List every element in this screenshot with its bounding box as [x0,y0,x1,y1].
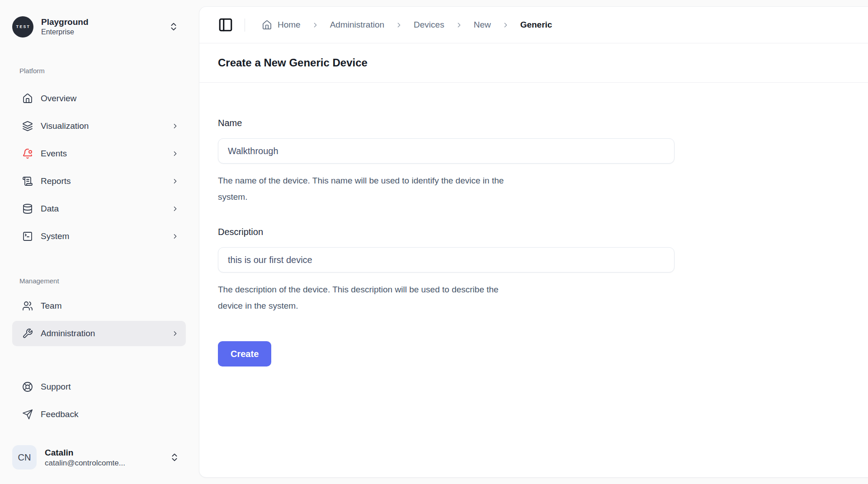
scroll-text-icon [22,176,33,187]
name-field-group: Name The name of the device. This name w… [218,117,849,205]
sidebar-item-events[interactable]: Events [12,141,186,166]
sidebar-item-administration[interactable]: Administration [12,321,186,346]
sidebar-item-label: Events [41,149,67,159]
section-label-platform: Platform [12,67,186,75]
breadcrumb-label: Home [278,20,301,30]
chevron-right-icon [171,205,179,213]
avatar: CN [12,445,37,470]
chevrons-up-down-icon [170,452,179,462]
user-email: catalin@controlcomte... [45,459,125,467]
sidebar-item-visualization[interactable]: Visualization [12,113,186,139]
chevron-right-icon [171,122,179,130]
house-icon [22,93,33,104]
bell-dot-icon [22,148,33,159]
sidebar-item-support[interactable]: Support [12,374,186,399]
breadcrumb-current: Generic [520,20,552,30]
user-menu[interactable]: CN Catalin catalin@controlcomte... [12,445,186,470]
page-title: Create a New Generic Device [218,56,849,69]
chevron-right-icon [171,150,179,158]
database-icon [22,203,33,214]
sidebar-item-label: Data [41,204,59,214]
chevrons-up-down-icon [169,22,179,32]
send-icon [22,409,33,420]
description-field-group: Description The description of the devic… [218,226,849,314]
sidebar-item-label: System [41,231,69,241]
org-plan: Enterprise [41,28,89,36]
terminal-icon [22,231,33,242]
sidebar-item-label: Team [41,301,61,311]
org-name: Playground [41,17,89,27]
sidebar-item-label: Feedback [41,409,78,419]
create-device-form: Name The name of the device. This name w… [199,83,868,401]
main-content-card: Home Administration Devices New [199,6,868,478]
wrench-icon [22,328,33,339]
breadcrumb-label: New [474,20,491,30]
chevron-right-icon [311,21,319,29]
sidebar-toggle-button[interactable] [218,17,233,33]
breadcrumb-new[interactable]: New [474,20,491,30]
section-label-management: Management [12,277,186,285]
description-help-text: The description of the device. This desc… [218,282,521,314]
breadcrumb: Home Administration Devices New [262,20,552,30]
layers-icon [22,121,33,132]
chevron-right-icon [455,21,463,29]
org-switcher[interactable]: TEST Playground Enterprise [12,14,186,39]
chevron-right-icon [502,21,509,29]
chevron-right-icon [171,178,179,185]
sidebar-item-feedback[interactable]: Feedback [12,402,186,427]
breadcrumb-devices[interactable]: Devices [414,20,444,30]
panel-left-icon [218,17,233,33]
sidebar-item-label: Administration [41,329,95,338]
sidebar-item-system[interactable]: System [12,224,186,249]
breadcrumb-header: Home Administration Devices New [199,7,868,43]
sidebar-item-label: Visualization [41,121,89,131]
name-input[interactable] [218,138,675,164]
breadcrumb-administration[interactable]: Administration [330,20,384,30]
user-name: Catalin [45,448,125,457]
name-help-text: The name of the device. This name will b… [218,173,521,205]
users-icon [22,301,33,311]
sidebar-item-label: Overview [41,94,76,103]
chevron-right-icon [171,233,179,240]
sidebar-item-label: Reports [41,176,71,186]
description-label: Description [218,226,849,238]
sidebar-item-team[interactable]: Team [12,293,186,319]
sidebar-item-label: Support [41,382,71,392]
create-button[interactable]: Create [218,341,271,367]
chevron-right-icon [395,21,403,29]
house-icon [262,20,272,30]
description-input[interactable] [218,247,675,273]
header-divider [245,19,245,32]
breadcrumb-label: Devices [414,20,444,30]
org-logo: TEST [12,16,33,38]
sidebar-item-overview[interactable]: Overview [12,86,186,111]
sidebar-item-data[interactable]: Data [12,196,186,221]
page-title-row: Create a New Generic Device [199,43,868,83]
sidebar-item-reports[interactable]: Reports [12,169,186,194]
chevron-right-icon [171,330,179,338]
sidebar: TEST Playground Enterprise Platform Over… [0,0,199,484]
breadcrumb-home[interactable]: Home [262,20,301,30]
name-label: Name [218,117,849,129]
breadcrumb-label: Administration [330,20,384,30]
life-buoy-icon [22,381,33,392]
